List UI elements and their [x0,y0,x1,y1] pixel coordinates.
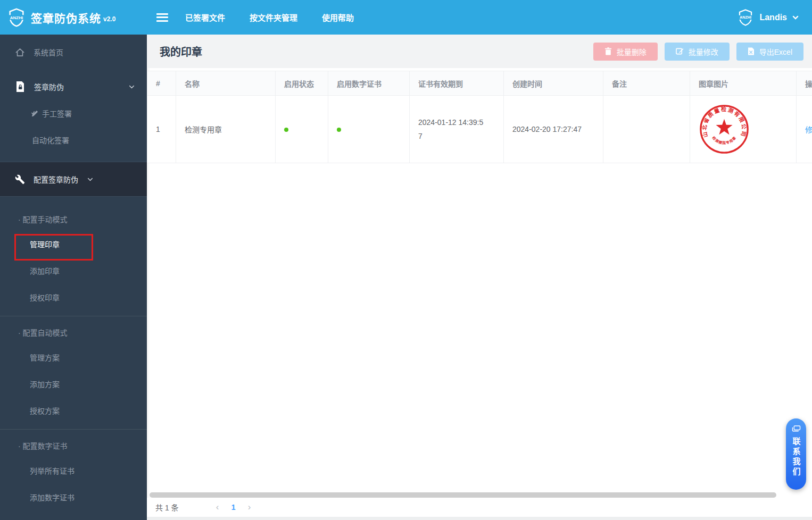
footer-strip [147,517,812,520]
seal-table: # 名称 启用状态 启用数字证书 证书有效期到 创建时间 备注 图章图片 操作 … [147,71,812,163]
sidebar-group-label: · 配置手动模式 [18,214,68,224]
sidebar-item-seal-antifake[interactable]: 签章防伪 [0,73,147,100]
col-actions: 操作 [797,71,812,96]
cell-created-at: 2024-02-20 17:27:47 [504,96,603,163]
edit-icon [676,47,684,55]
sidebar-item-home[interactable]: 系统首页 [0,39,147,65]
avatar-logo-text: ANZHI [740,15,751,20]
enabled-status-dot [284,128,288,132]
excel-file-icon [748,47,755,55]
hamburger-menu-icon[interactable] [156,13,168,22]
username: Landis [759,13,787,22]
sidebar-section-config-seal-antifake[interactable]: 配置签章防伪 [0,162,147,197]
batch-edit-button[interactable]: 批量修改 [665,43,730,61]
horizontal-scrollbar-thumb[interactable] [150,492,776,498]
sidebar-item-add-cert[interactable]: 添加数字证书 [0,484,147,510]
page-number[interactable]: 1 [226,503,242,511]
sidebar-item-label: 自动化签署 [32,135,69,145]
sidebar-section-label: 配置签章防伪 [34,174,78,184]
logo-text: ANZHI [10,15,23,20]
sidebar-item-auto-sign[interactable]: 自动化签署 [0,127,147,153]
cert-valid-until-value: 2024-01-12 14:39:57 [418,115,486,143]
sidebar-group-digital-cert: · 配置数字证书 [0,434,147,457]
sidebar-item-authorize-plan[interactable]: 授权方案 [0,397,147,424]
col-created-at: 创建时间 [504,71,603,96]
sidebar-item-add-plan[interactable]: 添加方案 [0,371,147,397]
contact-us-button[interactable]: 联系我们 [786,418,806,490]
chevron-down-icon [792,14,799,21]
col-cert-valid-until: 证书有效期到 [410,71,504,96]
cell-cert-valid-until: 2024-01-12 14:39:57 [410,96,504,163]
digital-cert-status-dot [337,128,341,132]
sidebar-item-label: 授权印章 [30,292,60,303]
document-lock-icon [15,81,26,93]
sidebar-item-label: 添加印章 [30,265,60,276]
user-menu[interactable]: ANZHI Landis [736,9,812,27]
export-excel-button[interactable]: 导出Excel [736,43,803,61]
topbar: ANZHI 签章防伪系统 v2.0 已签署文件 按文件夹管理 使用帮助 ANZH… [0,0,812,35]
cell-actions: 修改 [797,96,812,163]
contact-us-label: 联系我们 [792,437,800,477]
pagination: 共 1 条 ‹ 1 › [147,498,812,517]
sidebar-item-label: 添加方案 [30,379,60,389]
table-header-row: # 名称 启用状态 启用数字证书 证书有效期到 创建时间 备注 图章图片 操作 [147,71,812,96]
seal-bottom-text: 检测模拟专用章 [711,135,738,145]
sidebar-item-list-certs[interactable]: 列举所有证书 [0,457,147,484]
sidebar-divider [0,316,147,316]
main-content: 我的印章 批量删除 批量修改 导出Excel [147,35,812,520]
sidebar-group-manual-mode: · 配置手动模式 [0,207,147,231]
trash-icon [604,47,612,55]
nav-signed-files[interactable]: 已签署文件 [185,12,225,23]
brand: ANZHI 签章防伪系统 v2.0 [0,7,147,28]
batch-delete-label: 批量删除 [617,46,647,57]
sidebar-item-label: 签章防伪 [34,81,64,92]
page-header: 我的印章 批量删除 批量修改 导出Excel [147,35,812,68]
sidebar-item-manage-seal[interactable]: 管理印章 [0,231,147,257]
sidebar: 系统首页 签章防伪 手工签署 自动化签署 配置签章防伪 [0,35,147,520]
sidebar-item-authorize-seal[interactable]: 授权印章 [0,284,147,311]
pen-icon [31,110,39,118]
svg-text:检测模拟专用章: 检测模拟专用章 [711,135,738,145]
table-row: 1 检测专用章 2024-01-12 14:39:57 2024-02-20 1… [147,96,812,163]
col-enabled: 启用状态 [276,71,328,96]
sidebar-item-add-seal[interactable]: 添加印章 [0,257,147,284]
sidebar-item-label: 授权方案 [30,405,60,416]
sidebar-group-label: · 配置数字证书 [18,440,68,451]
sidebar-item-label: 列举所有证书 [30,465,74,476]
nav-folder-management[interactable]: 按文件夹管理 [250,12,297,23]
chevron-down-icon [87,176,94,183]
sidebar-item-label: 管理印章 [30,239,60,249]
company-seal-stamp-image: 山北省质量检测有限公司 检测模拟专用章 [699,104,788,155]
col-seal-image: 图章图片 [690,71,797,96]
modify-link[interactable]: 修改 [805,125,812,134]
total-count: 共 1 条 [155,502,179,513]
batch-delete-button[interactable]: 批量删除 [593,43,658,61]
anzhi-shield-logo-icon: ANZHI [6,7,27,28]
toolbar: 批量删除 批量修改 导出Excel [593,43,803,61]
col-name: 名称 [176,71,276,96]
chevron-down-icon [128,83,135,90]
cell-remark [603,96,690,163]
sidebar-item-label: 系统首页 [34,47,63,57]
wrench-icon [15,174,25,184]
sidebar-group-auto-mode: · 配置自动模式 [0,321,147,344]
cell-index: 1 [147,96,176,163]
col-index: # [147,71,176,96]
page-title: 我的印章 [160,44,202,59]
cell-digital-cert [328,96,410,163]
user-avatar-shield-icon: ANZHI [736,9,755,27]
cell-name: 检测专用章 [176,96,276,163]
sidebar-item-label: 管理方案 [30,352,60,363]
seal-table-container: # 名称 启用状态 启用数字证书 证书有效期到 创建时间 备注 图章图片 操作 … [147,71,812,163]
sidebar-item-manual-sign[interactable]: 手工签署 [0,100,147,127]
chat-icon [792,425,801,433]
cell-enabled [276,96,328,163]
col-digital-cert: 启用数字证书 [328,71,410,96]
sidebar-item-label: 手工签署 [42,108,72,119]
sidebar-item-manage-plan[interactable]: 管理方案 [0,344,147,371]
prev-page-icon[interactable]: ‹ [210,502,226,513]
next-page-icon[interactable]: › [242,502,258,513]
top-navigation: 已签署文件 按文件夹管理 使用帮助 [185,12,354,23]
nav-help[interactable]: 使用帮助 [322,12,354,23]
sidebar-divider [0,429,147,430]
